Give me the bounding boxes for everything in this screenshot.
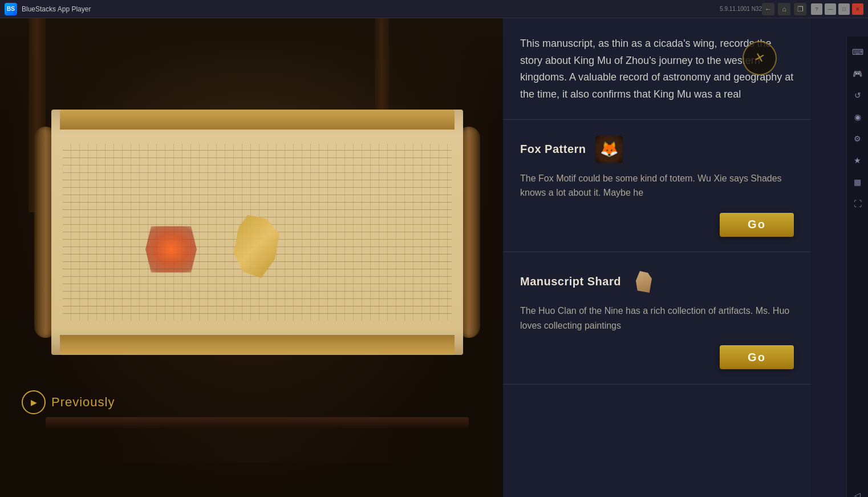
corner-symbol: ✕ [753,50,766,67]
camera-icon[interactable]: ◉ [849,108,866,126]
play-icon: ▶ [22,390,46,414]
fox-pattern-card: Fox Pattern The Fox Motif could be some … [503,124,811,247]
scroll-border-bottom [60,335,455,355]
fox-icon [595,136,623,163]
stand-legs [74,426,440,463]
window-controls: ? — □ ✕ [811,3,863,15]
manuscript-shard-body: The Huo Clan of the Nine has a rich coll… [520,304,794,374]
star-icon[interactable]: ★ [849,152,866,169]
manuscript-shard-description: The Huo Clan of the Nine has a rich coll… [520,304,794,333]
fox-pattern-title: Fox Pattern [520,143,586,156]
scroll-container [40,110,474,355]
controller-icon[interactable]: 🎮 [849,65,866,82]
manuscript-shard-card: Manuscript Shard The Huo Clan of the Nin… [503,257,811,379]
divider-1 [503,119,811,120]
arrow-left-icon[interactable]: ◁ [849,487,866,497]
fox-pattern-go-button[interactable]: Go [720,213,794,237]
maximize-button[interactable]: □ [838,3,850,15]
fox-pattern-body: The Fox Motif could be some kind of tote… [520,171,794,241]
app-version: 5.9.11.1001 N32 [720,6,762,12]
nav-home-button[interactable]: ⌂ [778,3,790,15]
settings-icon[interactable]: ⚙ [849,130,866,147]
nav-back-button[interactable]: ← [762,3,774,15]
shard-icon [630,267,658,297]
grid-icon[interactable]: ▦ [849,173,866,191]
refresh-icon[interactable]: ↺ [849,87,866,104]
fox-pattern-description: The Fox Motif could be some kind of tote… [520,171,794,200]
artifact-red-border [140,221,202,278]
divider-2 [503,252,811,252]
game-viewport[interactable]: ▶ Previously [0,18,503,497]
nav-copy-button[interactable]: ❐ [794,3,806,15]
titlebar-nav: ← ⌂ ❐ [762,3,806,15]
manuscript-shard-go-button[interactable]: Go [720,345,794,369]
manuscript-shard-title: Manuscript Shard [520,275,621,288]
corner-circle: ✕ [743,41,777,75]
titlebar: BS BlueStacks App Player 5.9.11.1001 N32… [0,0,868,18]
scroll-border-top [60,110,455,130]
keyboard-icon[interactable]: ⌨ [849,43,866,60]
right-sidebar: ⌨ 🎮 ↺ ◉ ⚙ ★ ▦ ⛶ ◁ [846,37,868,497]
previously-label: Previously [51,395,115,410]
main-container: ▶ Previously ✕ This manuscript, as thin … [0,18,868,497]
fox-pattern-header: Fox Pattern [520,135,794,164]
help-button[interactable]: ? [811,3,822,15]
manuscript-shard-header: Manuscript Shard [520,267,794,297]
manuscript-shard-icon [629,267,659,297]
close-button[interactable]: ✕ [852,3,863,15]
shard-shape [636,271,652,293]
corner-icon: ✕ [743,41,777,75]
fox-pattern-icon [594,135,624,164]
expand-icon[interactable]: ⛶ [849,195,866,212]
app-title: BlueStacks App Player [22,5,716,13]
minimize-button[interactable]: — [825,3,836,15]
app-logo: BS [5,3,17,15]
right-panel: ✕ This manuscript, as thin as a cicada's… [503,18,811,497]
divider-3 [503,384,811,385]
previously-button[interactable]: ▶ Previously [22,390,115,414]
